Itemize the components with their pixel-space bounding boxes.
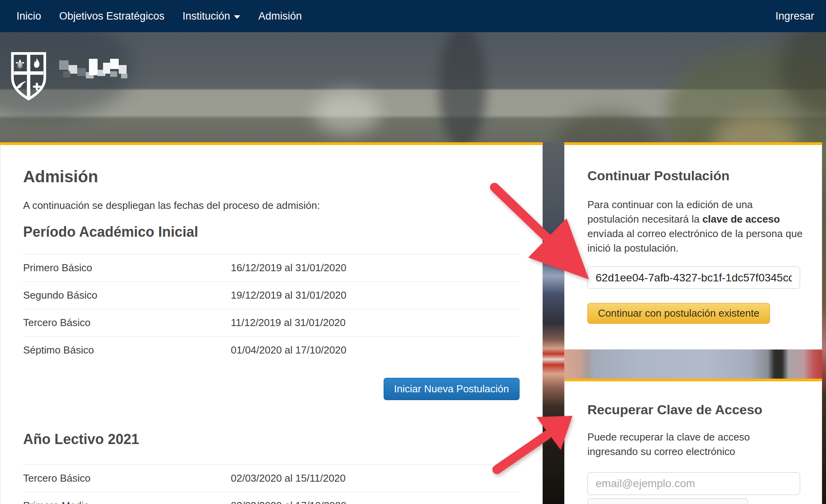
grade-label: Primero Medio [23, 500, 231, 504]
date-range: 02/03/2020 al 17/10/2020 [231, 500, 346, 504]
nav-item-admision-label: Admisión [258, 10, 302, 22]
nav-item-institucion-label: Institución [183, 10, 230, 22]
nav-menu: Inicio Objetivos Estratégicos Institució… [16, 10, 302, 22]
table-row: Tercero Básico 02/03/2020 al 15/11/2020 [23, 464, 520, 492]
admission-card: Admisión A continuación se despliegan la… [0, 142, 543, 504]
continue-card-title: Continuar Postulación [587, 167, 799, 184]
grade-label: Segundo Básico [23, 289, 231, 301]
nav-item-inicio-label: Inicio [16, 10, 41, 22]
nav-item-ingresar-label: Ingresar [775, 10, 814, 22]
email-input[interactable] [587, 472, 800, 495]
background-photo-strip [542, 142, 564, 504]
table-row: Primero Básico 16/12/2019 al 31/01/2020 [23, 254, 520, 281]
date-range: 19/12/2019 al 31/01/2020 [231, 289, 346, 301]
background-photo-band [564, 350, 822, 379]
grade-label: Tercero Básico [23, 472, 231, 484]
recover-key-button-partial[interactable] [587, 499, 748, 504]
grade-label: Tercero Básico [23, 317, 231, 329]
nav-item-objetivos-label: Objetivos Estratégicos [59, 10, 165, 22]
continue-application-card: Continuar Postulación Para continuar con… [564, 142, 822, 350]
fleur-de-lis-icon: ⚜ [14, 57, 25, 71]
table-row: Primero Medio 02/03/2020 al 17/10/2020 [23, 492, 520, 504]
nav-item-institucion[interactable]: Institución [183, 10, 241, 22]
start-new-application-button[interactable]: Iniciar Nueva Postulación [384, 378, 520, 400]
date-range: 16/12/2019 al 31/01/2020 [231, 262, 346, 274]
access-key-emphasis: clave de acceso [702, 213, 780, 225]
continue-card-text: Para continuar con la edición de una pos… [587, 198, 804, 256]
date-range: 02/03/2020 al 15/11/2020 [231, 472, 346, 484]
recover-access-key-card: Recuperar Clave de Acceso Puede recupera… [564, 379, 822, 504]
continue-text-after: envíada al correo electrónico de la pers… [587, 228, 802, 254]
page-title: Admisión [23, 167, 520, 187]
nav-item-ingresar[interactable]: Ingresar [775, 10, 814, 22]
top-navbar: Inicio Objetivos Estratégicos Institució… [0, 0, 826, 32]
section-heading-ano-lectivo-2021: Año Lectivo 2021 [23, 431, 520, 448]
admission-intro-text: A continuación se despliegan las fechas … [23, 198, 520, 212]
continue-existing-application-button[interactable]: Continuar con postulación existente [587, 303, 770, 324]
cross-pattee-icon: ✚ [33, 81, 42, 93]
background-photo-sliver [822, 142, 826, 504]
table-row: Tercero Básico 11/12/2019 al 31/01/2020 [23, 309, 520, 336]
grade-label: Primero Básico [23, 262, 231, 274]
hero-highlight-blur [313, 91, 380, 134]
date-range: 11/12/2019 al 31/01/2020 [231, 317, 346, 329]
section-heading-periodo-inicial: Período Académico Inicial [23, 223, 520, 241]
site-logo[interactable]: ⚜ ✚ [10, 51, 128, 101]
hero-pillar-blur [439, 32, 486, 142]
new-application-button-row: Iniciar Nueva Postulación [23, 378, 520, 400]
access-key-input[interactable] [587, 267, 800, 289]
chevron-down-icon [234, 15, 240, 19]
pixelated-school-name [59, 58, 128, 80]
shield-crest-icon: ⚜ ✚ [10, 51, 47, 101]
page: Inicio Objetivos Estratégicos Institució… [0, 0, 826, 504]
grade-label: Séptimo Básico [23, 344, 231, 356]
admission-dates-table-2: Tercero Básico 02/03/2020 al 15/11/2020 … [23, 464, 520, 504]
recover-card-text: Puede recuperar la clave de acceso ingre… [587, 430, 799, 459]
table-row: Segundo Básico 19/12/2019 al 31/01/2020 [23, 281, 520, 309]
nav-item-admision[interactable]: Admisión [258, 10, 302, 22]
hero-foliage-blur [556, 111, 658, 142]
table-row: Séptimo Básico 01/04/2020 al 17/10/2020 [23, 336, 520, 364]
nav-item-inicio[interactable]: Inicio [16, 10, 41, 22]
admission-dates-table-1: Primero Básico 16/12/2019 al 31/01/2020 … [23, 254, 520, 364]
recover-card-title: Recuperar Clave de Acceso [587, 401, 799, 418]
nav-item-objetivos[interactable]: Objetivos Estratégicos [59, 10, 165, 22]
date-range: 01/04/2020 al 17/10/2020 [231, 344, 346, 356]
